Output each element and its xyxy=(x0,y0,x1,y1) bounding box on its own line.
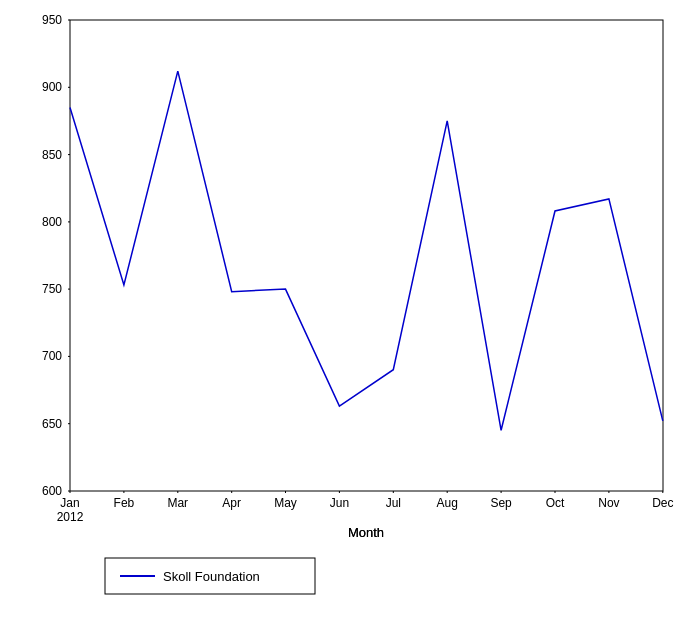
line-chart: 950 900 850 800 750 700 650 600 Jan 2012… xyxy=(0,0,693,621)
xtick-jan: Jan xyxy=(60,496,79,510)
x-axis-label-text: Month xyxy=(348,525,384,540)
xtick-apr: Apr xyxy=(222,496,241,510)
xtick-feb: Feb xyxy=(114,496,135,510)
ytick-label-650: 650 xyxy=(42,417,62,431)
ytick-label-850: 850 xyxy=(42,148,62,162)
ytick-label-950: 950 xyxy=(42,13,62,27)
ytick-label-800: 800 xyxy=(42,215,62,229)
chart-container: 950 900 850 800 750 700 650 600 Jan 2012… xyxy=(0,0,693,621)
xtick-oct: Oct xyxy=(546,496,565,510)
plot-area xyxy=(70,20,663,491)
xtick-aug: Aug xyxy=(437,496,458,510)
xtick-jan-year: 2012 xyxy=(57,510,84,524)
legend-label: Skoll Foundation xyxy=(163,569,260,584)
ytick-label-700: 700 xyxy=(42,349,62,363)
xtick-jul: Jul xyxy=(386,496,401,510)
ytick-label-750: 750 xyxy=(42,282,62,296)
ytick-label-900: 900 xyxy=(42,80,62,94)
xtick-jun: Jun xyxy=(330,496,349,510)
xtick-may: May xyxy=(274,496,297,510)
xtick-dec: Dec xyxy=(652,496,673,510)
xtick-mar: Mar xyxy=(167,496,188,510)
ytick-label-600: 600 xyxy=(42,484,62,498)
xtick-nov: Nov xyxy=(598,496,619,510)
xtick-sep: Sep xyxy=(490,496,512,510)
